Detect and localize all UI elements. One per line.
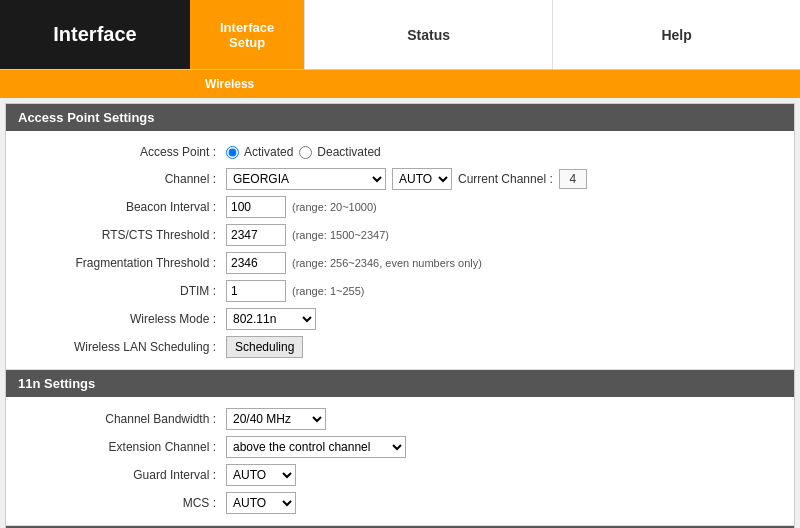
auto-select[interactable]: AUTO <box>392 168 452 190</box>
current-channel-value: 4 <box>559 169 587 189</box>
access-point-deactivated-radio[interactable]: Deactivated <box>299 145 380 159</box>
logo: Interface <box>0 0 190 69</box>
access-point-label: Access Point : <box>6 145 226 159</box>
guard-interval-label: Guard Interval : <box>6 468 226 482</box>
guard-interval-select[interactable]: AUTO <box>226 464 296 486</box>
activated-label: Activated <box>244 145 293 159</box>
current-channel-label: Current Channel : <box>458 172 553 186</box>
tab-interface-setup[interactable]: Interface Setup <box>190 0 304 69</box>
channel-select[interactable]: GEORGIA <box>226 168 386 190</box>
rts-label: RTS/CTS Threshold : <box>6 228 226 242</box>
subnav-wireless[interactable]: Wireless <box>195 77 264 91</box>
beacon-interval-input[interactable] <box>226 196 286 218</box>
channel-label: Channel : <box>6 172 226 186</box>
ext-channel-select[interactable]: above the control channel <box>226 436 406 458</box>
access-point-activated-radio[interactable]: Activated <box>226 145 293 159</box>
dtim-hint: (range: 1~255) <box>292 285 364 297</box>
channel-bw-select[interactable]: 20/40 MHz <box>226 408 326 430</box>
mcs-label: MCS : <box>6 496 226 510</box>
beacon-interval-hint: (range: 20~1000) <box>292 201 377 213</box>
wireless-mode-select[interactable]: 802.11n <box>226 308 316 330</box>
beacon-interval-label: Beacon Interval : <box>6 200 226 214</box>
channel-bw-label: Channel Bandwidth : <box>6 412 226 426</box>
frag-label: Fragmentation Threshold : <box>6 256 226 270</box>
access-point-section-header: Access Point Settings <box>6 104 794 131</box>
dtim-input[interactable] <box>226 280 286 302</box>
ext-channel-label: Extension Channel : <box>6 440 226 454</box>
scheduling-button[interactable]: Scheduling <box>226 336 303 358</box>
11n-section-header: 11n Settings <box>6 370 794 397</box>
rts-hint: (range: 1500~2347) <box>292 229 389 241</box>
wireless-lan-label: Wireless LAN Scheduling : <box>6 340 226 354</box>
deactivated-label: Deactivated <box>317 145 380 159</box>
rts-input[interactable] <box>226 224 286 246</box>
dtim-label: DTIM : <box>6 284 226 298</box>
tab-status[interactable]: Status <box>304 0 552 69</box>
frag-hint: (range: 256~2346, even numbers only) <box>292 257 482 269</box>
mcs-select[interactable]: AUTO <box>226 492 296 514</box>
wireless-mode-label: Wireless Mode : <box>6 312 226 326</box>
frag-input[interactable] <box>226 252 286 274</box>
tab-help[interactable]: Help <box>552 0 800 69</box>
